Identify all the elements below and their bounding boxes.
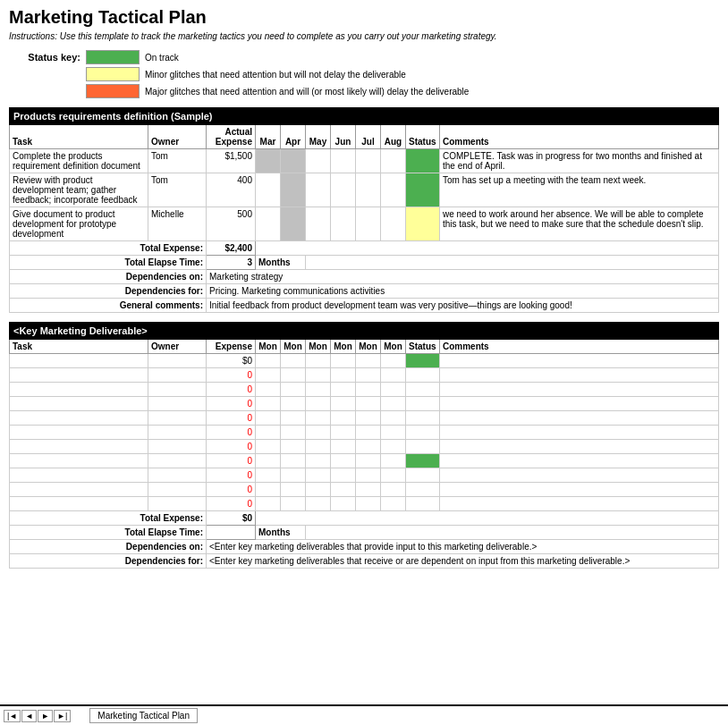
- month-cell: [281, 411, 306, 426]
- comments-cell: [440, 440, 719, 454]
- apr-cell: [281, 207, 306, 241]
- expense-cell: 0: [207, 483, 256, 497]
- status-cell: [406, 207, 440, 241]
- month-cell: [356, 468, 381, 483]
- col-jul: Jul: [356, 125, 381, 149]
- month-cell: [306, 497, 331, 511]
- mar-cell: [256, 207, 281, 241]
- owner-cell: [148, 440, 207, 454]
- col2-mon4: Mon: [331, 340, 356, 354]
- jun-cell: [331, 207, 356, 241]
- owner-cell: [148, 354, 207, 368]
- col2-task: Task: [10, 340, 148, 354]
- month-cell: [306, 354, 331, 368]
- col-jun: Jun: [331, 125, 356, 149]
- month-cell: [281, 397, 306, 411]
- status-text-yellow: Minor glitches that need attention but w…: [145, 70, 406, 80]
- month-cell: [306, 440, 331, 454]
- instructions-text: Instructions: Use this template to track…: [9, 31, 719, 41]
- col-comments: Comments: [440, 125, 719, 149]
- table-row: 0: [10, 468, 719, 483]
- comments-cell: [440, 483, 719, 497]
- month-cell: [356, 354, 381, 368]
- table-row: 0: [10, 397, 719, 411]
- comments-cell: [440, 383, 719, 397]
- summary-row: Dependencies for: Pricing. Marketing com…: [10, 284, 719, 299]
- status-box-yellow: [86, 67, 140, 81]
- table-row: 0: [10, 368, 719, 383]
- owner-cell: [148, 411, 207, 426]
- col-apr: Apr: [281, 125, 306, 149]
- expense-cell: 0: [207, 468, 256, 483]
- month-cell: [331, 397, 356, 411]
- month-cell: [331, 497, 356, 511]
- month-cell: [331, 483, 356, 497]
- status-row-yellow: Minor glitches that need attention but w…: [86, 67, 719, 81]
- task-cell: [10, 497, 148, 511]
- month-cell: [381, 368, 406, 383]
- comments-cell: [440, 454, 719, 468]
- status-text-green: On track: [145, 53, 179, 63]
- apr-cell: [281, 149, 306, 173]
- owner-cell: [148, 468, 207, 483]
- table-row: 0: [10, 440, 719, 454]
- task-cell: [10, 468, 148, 483]
- table-row: 0: [10, 426, 719, 440]
- table-row: 0: [10, 497, 719, 511]
- status-cell: [406, 149, 440, 173]
- section1-header: Products requirements definition (Sample…: [10, 108, 719, 125]
- month-cell: [356, 454, 381, 468]
- total-expense-label: Total Expense:: [10, 241, 207, 256]
- month-cell: [306, 483, 331, 497]
- summary-row: Dependencies for:<Enter key marketing de…: [10, 554, 719, 569]
- comments-cell: [440, 468, 719, 483]
- aug-cell: [381, 207, 406, 241]
- col-aug: Aug: [381, 125, 406, 149]
- month-cell: [256, 368, 281, 383]
- month-cell: [306, 468, 331, 483]
- owner-cell: [148, 483, 207, 497]
- total-elapse-label: Total Elapse Time:: [10, 256, 207, 270]
- col2-expense: Expense: [207, 340, 256, 354]
- month-cell: [356, 483, 381, 497]
- comments-cell: [440, 411, 719, 426]
- mar-cell: [256, 173, 281, 207]
- month-cell: [256, 468, 281, 483]
- month-cell: [331, 368, 356, 383]
- month-cell: [331, 383, 356, 397]
- task-cell: Give document to product development for…: [10, 207, 148, 241]
- col-mar: Mar: [256, 125, 281, 149]
- col2-mon1: Mon: [256, 340, 281, 354]
- month-cell: [381, 497, 406, 511]
- month-cell: [306, 426, 331, 440]
- expense-cell: 0: [207, 411, 256, 426]
- status-cell: [406, 497, 440, 511]
- status-cell: [406, 468, 440, 483]
- month-cell: [356, 383, 381, 397]
- page-title: Marketing Tactical Plan: [9, 7, 719, 28]
- summary-row: Dependencies on: Marketing strategy: [10, 270, 719, 284]
- month-cell: [356, 497, 381, 511]
- month-cell: [256, 397, 281, 411]
- summary-row: Total Elapse Time:Months: [10, 526, 719, 540]
- page-container: Marketing Tactical Plan Instructions: Us…: [0, 0, 728, 569]
- status-cell: [406, 354, 440, 368]
- month-cell: [306, 397, 331, 411]
- table-row: 0: [10, 454, 719, 468]
- status-cell: [406, 173, 440, 207]
- col2-comments: Comments: [440, 340, 719, 354]
- dep-on-value: Marketing strategy: [207, 270, 719, 284]
- dep-for-label: Dependencies for:: [10, 284, 207, 299]
- owner-cell: [148, 397, 207, 411]
- task-cell: [10, 354, 148, 368]
- status-row-red: Major glitches that need attention and w…: [86, 84, 719, 98]
- summary-row: General comments: Initial feedback from …: [10, 299, 719, 313]
- month-cell: [281, 383, 306, 397]
- month-cell: [256, 354, 281, 368]
- month-cell: [331, 468, 356, 483]
- comments-cell: we need to work around her absence. We w…: [440, 207, 719, 241]
- month-cell: [281, 468, 306, 483]
- status-cell: [406, 411, 440, 426]
- col2-mon2: Mon: [281, 340, 306, 354]
- task-cell: [10, 383, 148, 397]
